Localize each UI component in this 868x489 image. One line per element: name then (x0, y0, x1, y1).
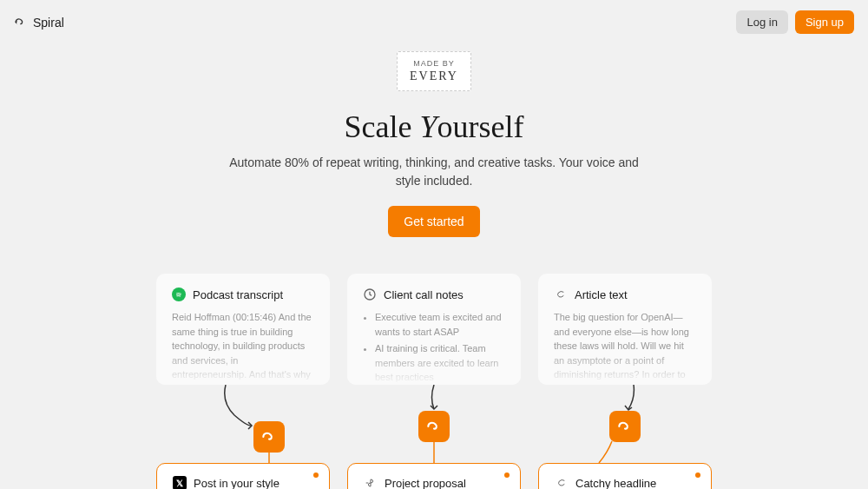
header-buttons: Log in Sign up (736, 10, 854, 34)
login-button[interactable]: Log in (736, 10, 787, 34)
logo-text: Spiral (33, 16, 64, 30)
card-body: Reid Hoffman (00:15:46) And the same thi… (172, 310, 314, 385)
input-cards-row: Podcast transcript Reid Hoffman (00:15:4… (0, 274, 868, 385)
input-card-podcast: Podcast transcript Reid Hoffman (00:15:4… (156, 274, 330, 385)
spiral-icon (14, 16, 28, 30)
signup-button[interactable]: Sign up (795, 10, 854, 34)
status-dot (504, 472, 510, 478)
output-cards-row: 𝕏 Post in your style Reid Hoffman thinks… (0, 463, 868, 489)
script-e-icon (555, 476, 569, 489)
spotify-icon (172, 287, 186, 301)
card-title: Client call notes (384, 288, 464, 301)
arrow-connectors (0, 385, 868, 463)
transform-box (253, 421, 285, 453)
output-title: Project proposal (385, 477, 466, 490)
get-started-button[interactable]: Get started (388, 206, 479, 237)
card-body: Executive team is excited and wants to s… (363, 310, 505, 385)
spiral-transform-icon (616, 418, 634, 435)
clock-icon (363, 287, 377, 301)
status-dot (313, 472, 319, 478)
output-card-post: 𝕏 Post in your style Reid Hoffman thinks… (156, 463, 330, 489)
output-title: Catchy headline (575, 477, 656, 490)
header: Spiral Log in Sign up (0, 0, 868, 44)
hero-title: Scale Yourself (0, 109, 868, 145)
money-icon (364, 476, 378, 489)
main: MADE BY EVERY Scale Yourself Automate 80… (0, 44, 868, 489)
card-title: Podcast transcript (193, 288, 283, 301)
logo[interactable]: Spiral (14, 16, 64, 30)
output-title: Post in your style (194, 477, 279, 490)
status-dot (695, 472, 700, 478)
made-by-badge: MADE BY EVERY (397, 51, 471, 91)
transform-box (609, 411, 641, 442)
script-e-icon (554, 287, 568, 301)
output-card-headline: Catchy headline GPT-5 Is Coming: Reading (538, 463, 712, 489)
spiral-transform-icon (260, 428, 278, 446)
badge-top: MADE BY (410, 59, 458, 68)
input-card-article: Article text The big question for OpenAI… (538, 274, 712, 385)
input-card-notes: Client call notes Executive team is exci… (347, 274, 521, 385)
x-twitter-icon: 𝕏 (173, 476, 187, 489)
hero-subtitle: Automate 80% of repeat writing, thinking… (226, 154, 642, 190)
badge-bottom: EVERY (410, 69, 458, 83)
transform-box (418, 411, 450, 442)
card-title: Article text (575, 288, 628, 301)
arrow-curve-icon (156, 385, 330, 463)
spiral-transform-icon (425, 418, 443, 435)
card-body: The big question for OpenAI—and everyone… (554, 310, 696, 382)
output-card-proposal: Project proposal Client wishes to implem… (347, 463, 521, 489)
